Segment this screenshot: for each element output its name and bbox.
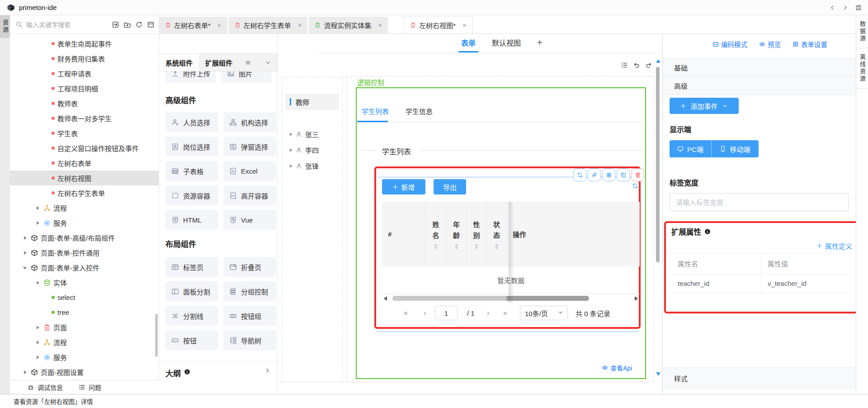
canvas-scrollbar[interactable]	[655, 57, 661, 382]
palette-item[interactable]: 高开容器	[223, 185, 276, 205]
column-header[interactable]: 姓名	[425, 202, 447, 266]
expander-icon[interactable]	[35, 220, 41, 226]
tree-item[interactable]: 页面-表单-控件通用	[10, 245, 159, 260]
palette-item[interactable]: Excel	[223, 161, 276, 181]
expander-icon[interactable]	[35, 280, 41, 285]
document-tab[interactable]: 左树右视图* ×	[404, 16, 473, 33]
tree-item[interactable]: 流程	[10, 200, 159, 215]
scroll-up-icon[interactable]	[656, 59, 660, 63]
tree-item[interactable]: 页面-表单-高级/布局组件	[10, 230, 159, 245]
settings-button[interactable]	[602, 168, 615, 181]
palette-item[interactable]: HTML	[165, 210, 218, 230]
column-header[interactable]: 操作	[507, 202, 640, 266]
scrollbar-thumb[interactable]	[656, 67, 660, 262]
sort-icon[interactable]	[434, 244, 438, 249]
tree-item[interactable]: 表单生命周起事件	[10, 36, 159, 51]
teacher-node[interactable]: 李四	[282, 142, 343, 158]
add-row-button[interactable]: 新增	[382, 179, 425, 195]
undo-icon[interactable]	[633, 62, 640, 69]
scroll-left-icon[interactable]	[384, 296, 387, 301]
tree-item[interactable]: 实体	[10, 275, 159, 290]
document-tab[interactable]: 流程实例实体集 ×	[309, 17, 388, 33]
page-size-select[interactable]: 10条/页	[520, 306, 568, 320]
next-page-button[interactable]: ›	[487, 303, 489, 323]
document-tab[interactable]: 左树右学生表单 ×	[229, 17, 308, 33]
sort-icon[interactable]	[455, 244, 458, 249]
expander-icon[interactable]	[23, 250, 28, 256]
column-header[interactable]: 状态	[487, 202, 507, 266]
outline-tree-icon[interactable]	[621, 62, 628, 69]
problems-button[interactable]: 问题	[78, 383, 101, 392]
chevron-down-icon[interactable]	[265, 60, 271, 66]
expander-icon[interactable]	[35, 355, 41, 360]
expander-icon[interactable]	[23, 265, 28, 270]
tree-item[interactable]: 财务费用归集表	[10, 51, 159, 66]
palette-item[interactable]: 机构选择	[223, 112, 276, 132]
expander-icon[interactable]	[23, 370, 28, 375]
delete-button[interactable]	[631, 168, 644, 181]
tab-form[interactable]: 表单	[461, 37, 476, 51]
nav-back-icon[interactable]	[829, 5, 835, 11]
attr-value-cell[interactable]: v_teacher_id	[761, 274, 851, 293]
palette-menu-icon[interactable]	[245, 60, 251, 66]
expander-icon[interactable]	[35, 205, 41, 211]
tab-extension-components[interactable]: 扩展组件	[199, 54, 239, 71]
expander-icon[interactable]	[290, 164, 292, 168]
close-icon[interactable]: ×	[462, 21, 467, 29]
teacher-node[interactable]: 张三	[282, 126, 343, 142]
tree-item[interactable]: 流程	[10, 335, 159, 350]
tree-item[interactable]: 左树右视图	[10, 171, 159, 185]
nav-forward-icon[interactable]	[842, 5, 849, 11]
scroll-down-icon[interactable]	[656, 372, 660, 376]
expander-icon[interactable]	[35, 340, 41, 345]
section-basic[interactable]: 基础	[663, 58, 868, 77]
expander-icon[interactable]	[23, 235, 28, 241]
column-header[interactable]: #	[382, 202, 425, 266]
form-settings-button[interactable]: 表单设置	[793, 39, 827, 49]
outline-section-header[interactable]: 大纲	[159, 361, 278, 394]
redo-icon[interactable]	[645, 62, 652, 69]
rail-tab-offline-resources[interactable]: 离线资源	[856, 48, 868, 89]
palette-item[interactable]: 分割线	[165, 306, 218, 326]
collapse-all-icon[interactable]	[147, 21, 155, 28]
tree-item[interactable]: 工程申请表	[10, 66, 159, 81]
palette-item[interactable]: 岗位选择	[165, 137, 218, 157]
palette-item[interactable]: 子表格	[165, 161, 218, 181]
sync-button[interactable]	[573, 168, 586, 181]
attributes-table-row[interactable]: teacher_id v_teacher_id	[671, 274, 851, 293]
add-view-button[interactable]: +	[537, 38, 542, 51]
debug-info-button[interactable]: 调试信息	[27, 383, 63, 392]
tree-item[interactable]: 服务	[10, 215, 159, 230]
tree-item[interactable]: 左树右学生表单	[10, 185, 159, 200]
pc-button[interactable]: PC端	[670, 140, 712, 157]
rail-tab-datasource[interactable]: 数据源	[856, 15, 868, 48]
save-layout-icon[interactable]	[855, 5, 862, 11]
teacher-tree-panel[interactable]: 教师 张三 李四	[282, 77, 343, 382]
tree-item[interactable]: 自定义窗口操作按钮及事件	[10, 141, 159, 156]
tree-item[interactable]: 工程项目明细	[10, 81, 159, 96]
inner-tab-student-info[interactable]: 学生信息	[406, 106, 433, 116]
tree-item[interactable]: 学生表	[10, 126, 159, 141]
hscrollbar-thumb[interactable]	[392, 296, 589, 301]
palette-item[interactable]: 导航树	[223, 330, 276, 350]
palette-item[interactable]: Vue	[223, 210, 276, 230]
palette-item[interactable]: 人员选择	[165, 112, 218, 132]
section-style[interactable]: 样式	[663, 367, 868, 389]
search-input[interactable]: 输入关键字搜索	[26, 20, 108, 29]
add-event-button[interactable]: 添加事件	[670, 98, 739, 114]
tree-scrollbar-thumb[interactable]	[155, 314, 158, 357]
expander-icon[interactable]	[290, 148, 292, 152]
tree-item[interactable]: select	[10, 290, 159, 305]
tree-item[interactable]: 页面	[10, 320, 159, 335]
document-tab[interactable]: 左树右表单* ×	[159, 17, 227, 33]
tree-item[interactable]: tree	[10, 305, 159, 320]
view-api-link[interactable]: 查看Api	[602, 363, 632, 372]
import-icon[interactable]	[112, 21, 119, 28]
bind-button[interactable]	[588, 168, 601, 181]
sort-icon[interactable]	[495, 244, 499, 249]
teacher-node[interactable]: 张锋	[282, 158, 343, 174]
column-header[interactable]: 年龄	[447, 202, 467, 266]
last-page-button[interactable]: »	[503, 303, 507, 323]
tree-item[interactable]: 页面-视图设置	[10, 365, 159, 380]
tab-system-components[interactable]: 系统组件	[159, 54, 199, 71]
